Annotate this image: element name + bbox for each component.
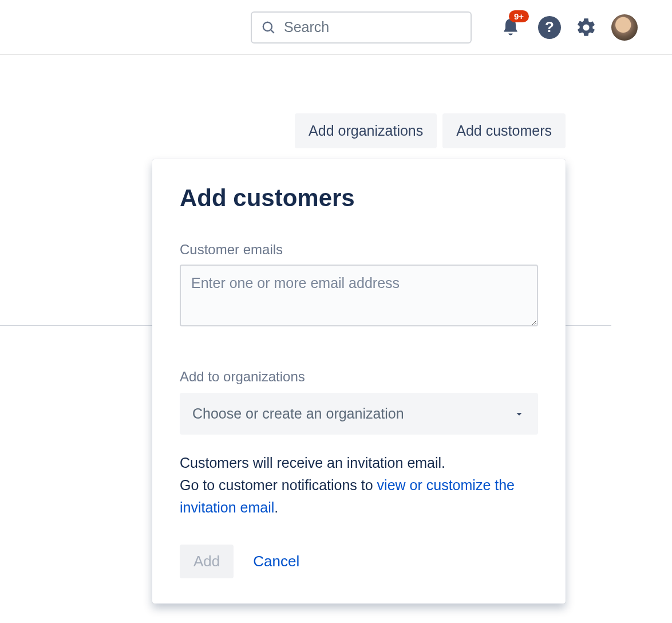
add-customers-modal: Add customers Customer emails Add to org…: [152, 159, 566, 604]
top-nav: 9+ ?: [0, 0, 672, 55]
customer-emails-input[interactable]: [180, 265, 538, 326]
settings-button[interactable]: [575, 16, 598, 39]
svg-line-1: [271, 30, 274, 33]
organizations-field: Add to organizations Choose or create an…: [180, 369, 538, 435]
question-icon: ?: [545, 18, 554, 36]
action-buttons-row: Add organizations Add customers: [295, 113, 566, 148]
help-text-suffix: .: [274, 499, 278, 515]
organizations-label: Add to organizations: [180, 369, 538, 385]
add-button[interactable]: Add: [180, 545, 234, 578]
search-container[interactable]: [251, 11, 472, 44]
search-icon: [261, 20, 276, 35]
add-organizations-button[interactable]: Add organizations: [295, 113, 437, 148]
help-text-line1: Customers will receive an invitation ema…: [180, 455, 445, 471]
organization-select-placeholder: Choose or create an organization: [192, 405, 404, 422]
notifications-button[interactable]: 9+: [497, 14, 524, 41]
modal-title: Add customers: [180, 184, 538, 212]
user-avatar[interactable]: [611, 14, 638, 41]
gear-icon: [575, 17, 597, 38]
cancel-button[interactable]: Cancel: [247, 545, 305, 578]
notification-badge: 9+: [509, 10, 529, 22]
help-button[interactable]: ?: [538, 16, 561, 39]
search-input[interactable]: [284, 19, 461, 36]
help-text: Customers will receive an invitation ema…: [180, 452, 538, 518]
help-text-prefix: Go to customer notifications to: [180, 477, 377, 493]
organization-select[interactable]: Choose or create an organization: [180, 393, 538, 435]
svg-point-0: [263, 22, 272, 30]
add-customers-button[interactable]: Add customers: [442, 113, 566, 148]
customer-emails-field: Customer emails: [180, 242, 538, 329]
customer-emails-label: Customer emails: [180, 242, 538, 258]
modal-footer: Add Cancel: [180, 545, 538, 578]
chevron-down-icon: [513, 408, 525, 420]
